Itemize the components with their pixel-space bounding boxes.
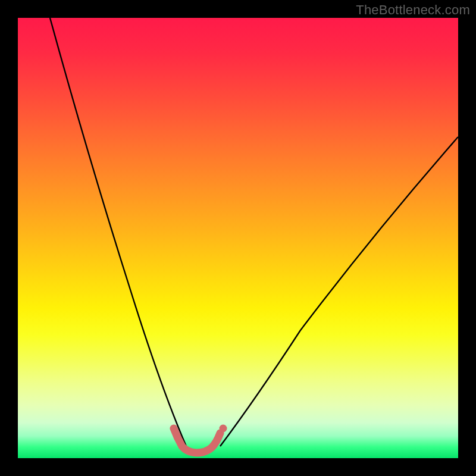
watermark-text: TheBottleneck.com bbox=[356, 2, 470, 18]
left-descending-curve bbox=[50, 18, 186, 446]
valley-right-dot bbox=[220, 425, 227, 433]
plot-area bbox=[18, 18, 458, 458]
right-ascending-curve bbox=[220, 137, 458, 446]
curve-layer bbox=[18, 18, 458, 458]
outer-frame: TheBottleneck.com bbox=[0, 0, 476, 476]
